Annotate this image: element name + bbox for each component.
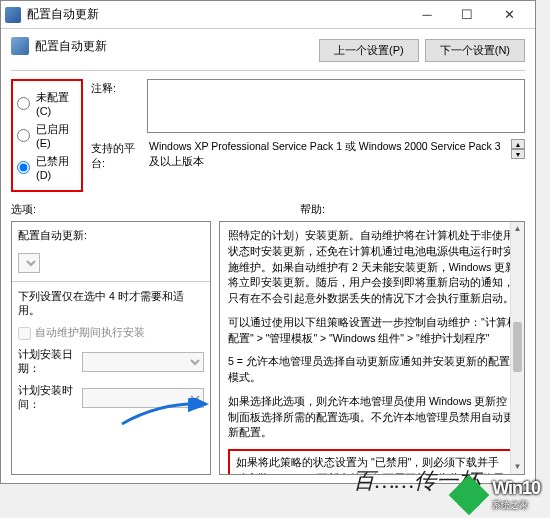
update-mode-select[interactable] [18, 253, 40, 273]
help-scrollbar[interactable]: ▲ ▼ [510, 222, 524, 474]
app-icon [5, 7, 21, 23]
scroll-thumb[interactable] [513, 322, 522, 372]
auto-maintenance-checkbox-input[interactable] [18, 327, 31, 340]
state-radio-group: 未配置(C) 已启用(E) 已禁用(D) [11, 79, 83, 192]
watermark: Win10 系统之家 [452, 478, 540, 512]
help-p2: 可以通过使用以下组策略设置进一步控制自动维护："计算机配置" > "管理模板" … [228, 315, 518, 347]
config-icon [11, 37, 29, 55]
prev-setting-button[interactable]: 上一个设置(P) [319, 39, 419, 62]
platform-text: Windows XP Professional Service Pack 1 或… [147, 139, 508, 168]
minimize-button[interactable]: ─ [407, 3, 447, 27]
radio-enabled-label: 已启用(E) [36, 122, 79, 149]
options-label: 选项: [11, 202, 36, 217]
window-title: 配置自动更新 [27, 6, 407, 23]
scroll-down-icon[interactable]: ▼ [511, 460, 524, 474]
notes-label: 注释: [91, 79, 147, 96]
titlebar: 配置自动更新 ─ ☐ ✕ [1, 1, 535, 29]
help-p4: 如果选择此选项，则允许本地管理员使用 Windows 更新控制面板选择所需的配置… [228, 394, 518, 441]
options-title: 配置自动更新: [18, 228, 204, 243]
schedule-day-label: 计划安装日期： [18, 348, 82, 376]
auto-maintenance-checkbox-label: 自动维护期间执行安装 [35, 326, 145, 340]
help-p3: 5 = 允许本地管理员选择自动更新应通知并安装更新的配置模式。 [228, 354, 518, 386]
help-label: 帮助: [300, 202, 325, 217]
options-panel: 配置自动更新: 下列设置仅在选中 4 时才需要和适用。 自动维护期间执行安装 计… [11, 221, 211, 475]
maximize-button[interactable]: ☐ [447, 3, 487, 27]
stepper-down-icon[interactable]: ▼ [511, 149, 525, 159]
radio-disabled[interactable]: 已禁用(D) [15, 154, 79, 181]
help-p1: 照特定的计划）安装更新。自动维护将在计算机处于非使用状态时安装更新，还免在计算机… [228, 228, 518, 307]
platform-label: 支持的平台: [91, 139, 147, 171]
radio-disabled-label: 已禁用(D) [36, 154, 79, 181]
radio-disabled-input[interactable] [17, 161, 30, 174]
scroll-up-icon[interactable]: ▲ [511, 222, 524, 236]
next-setting-button[interactable]: 下一个设置(N) [425, 39, 525, 62]
schedule-time-label: 计划安装时间： [18, 384, 82, 412]
config-title: 配置自动更新 [35, 38, 107, 55]
watermark-subtitle: 系统之家 [492, 499, 540, 512]
options-separator [12, 281, 210, 282]
schedule-day-select[interactable] [82, 352, 204, 372]
notes-input[interactable] [147, 79, 525, 133]
radio-enabled-input[interactable] [17, 129, 30, 142]
platform-stepper[interactable]: ▲ ▼ [511, 139, 525, 159]
help-highlight-text: 如果将此策略的状态设置为 "已禁用"，则必须下载并手动安装 Windows 更新… [236, 456, 504, 475]
radio-enabled[interactable]: 已启用(E) [15, 122, 79, 149]
help-panel: 照特定的计划）安装更新。自动维护将在计算机处于非使用状态时安装更新，还免在计算机… [219, 221, 525, 475]
watermark-title: Win10 [492, 478, 540, 498]
close-button[interactable]: ✕ [487, 3, 531, 27]
watermark-logo-icon [452, 478, 486, 512]
radio-not-configured[interactable]: 未配置(C) [15, 90, 79, 117]
stepper-up-icon[interactable]: ▲ [511, 139, 525, 149]
options-note: 下列设置仅在选中 4 时才需要和适用。 [18, 290, 204, 318]
radio-not-configured-input[interactable] [17, 97, 30, 110]
separator [11, 70, 525, 71]
auto-maintenance-checkbox[interactable]: 自动维护期间执行安装 [18, 326, 204, 340]
radio-not-configured-label: 未配置(C) [36, 90, 79, 117]
help-highlight: 如果将此策略的状态设置为 "已禁用"，则必须下载并手动安装 Windows 更新… [228, 449, 518, 475]
schedule-time-select[interactable] [82, 388, 204, 408]
